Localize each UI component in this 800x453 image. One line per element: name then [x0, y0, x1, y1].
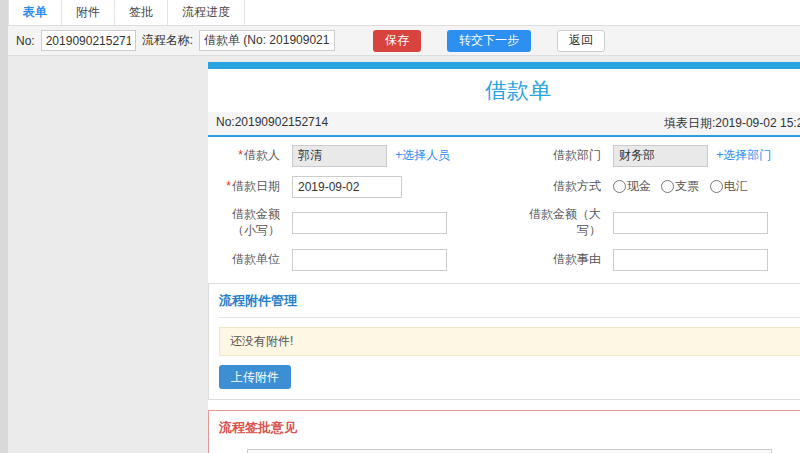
no-label: No:: [16, 34, 35, 48]
department-input[interactable]: [613, 145, 708, 167]
tab-form[interactable]: 表单: [8, 0, 62, 25]
loan-reason-input[interactable]: [613, 249, 768, 271]
back-button[interactable]: 返回: [557, 30, 605, 52]
wire-radio[interactable]: [710, 180, 723, 193]
loan-unit-label: 借款单位: [208, 244, 286, 275]
panel-top-accent-bar: [208, 62, 800, 69]
table-row: *借款人 +选择人员 借款部门 +选择部门: [208, 140, 800, 171]
required-mark: *: [238, 148, 243, 162]
tab-approval[interactable]: 签批: [115, 0, 168, 25]
rich-text-editor: B I abc A A ∞ ⚑ ≣ ≡ ⇤: [247, 449, 772, 453]
loan-form-table: *借款人 +选择人员 借款部门 +选择部门: [208, 140, 800, 275]
toolbar: No: 流程名称: 保存 转交下一步 返回: [8, 26, 800, 56]
left-gutter: [0, 0, 8, 453]
required-mark: *: [226, 179, 231, 193]
table-row: 借款金额（小写） 借款金额（大写）: [208, 202, 800, 244]
borrower-label: *借款人: [208, 140, 286, 171]
attachments-section-title: 流程附件管理: [219, 292, 800, 318]
tab-attachments[interactable]: 附件: [62, 0, 115, 25]
main-column: 表单 附件 签批 流程进度 No: 流程名称: 保存 转交下一步 返回 借款单 …: [8, 0, 800, 453]
amount-big-input[interactable]: [613, 212, 768, 234]
select-department-link[interactable]: +选择部门: [716, 148, 771, 162]
loan-date-input[interactable]: [292, 176, 402, 198]
form-number-text: No:20190902152714: [216, 115, 328, 132]
blue-divider: [208, 135, 800, 137]
check-radio[interactable]: [661, 180, 674, 193]
process-name-label: 流程名称:: [142, 32, 193, 49]
forward-next-step-button[interactable]: 转交下一步: [447, 30, 531, 52]
department-label: 借款部门: [521, 140, 607, 171]
tab-progress[interactable]: 流程进度: [168, 0, 245, 25]
page: 表单 附件 签批 流程进度 No: 流程名称: 保存 转交下一步 返回 借款单 …: [0, 0, 800, 453]
tab-bar: 表单 附件 签批 流程进度: [8, 0, 800, 26]
form-date-text: 填表日期:2019-09-02 15:27:1: [664, 115, 800, 132]
approval-section: 流程签批意见 B I abc A A ∞ ⚑ ≣: [208, 410, 800, 453]
loan-method-label: 借款方式: [521, 171, 607, 202]
upload-attachment-button[interactable]: 上传附件: [219, 365, 291, 389]
no-input[interactable]: [41, 30, 136, 51]
attachments-section: 流程附件管理 还没有附件! 上传附件: [208, 283, 800, 400]
method-option-wire[interactable]: 电汇: [710, 179, 748, 193]
cash-radio[interactable]: [613, 180, 626, 193]
method-option-check[interactable]: 支票: [661, 179, 702, 193]
save-button[interactable]: 保存: [373, 30, 421, 52]
page-title: 借款单: [208, 69, 800, 112]
approval-section-title: 流程签批意见: [219, 419, 800, 437]
process-name-input[interactable]: [199, 30, 335, 51]
loan-date-label: *借款日期: [208, 171, 286, 202]
loan-unit-input[interactable]: [292, 249, 447, 271]
form-subheader: No:20190902152714 填表日期:2019-09-02 15:27:…: [208, 112, 800, 135]
amount-small-label: 借款金额（小写）: [208, 202, 286, 244]
select-person-link[interactable]: +选择人员: [395, 148, 450, 162]
amount-small-input[interactable]: [292, 212, 447, 234]
table-row: 借款单位 借款事由: [208, 244, 800, 275]
loan-reason-label: 借款事由: [521, 244, 607, 275]
amount-big-label: 借款金额（大写）: [521, 202, 607, 244]
no-attachments-notice: 还没有附件!: [219, 327, 800, 356]
content-area: 借款单 No:20190902152714 填表日期:2019-09-02 15…: [8, 56, 800, 453]
borrower-input[interactable]: [292, 145, 387, 167]
table-row: *借款日期 借款方式 现金 支票 电汇: [208, 171, 800, 202]
form-panel: 借款单 No:20190902152714 填表日期:2019-09-02 15…: [208, 62, 800, 453]
method-option-cash[interactable]: 现金: [613, 179, 654, 193]
